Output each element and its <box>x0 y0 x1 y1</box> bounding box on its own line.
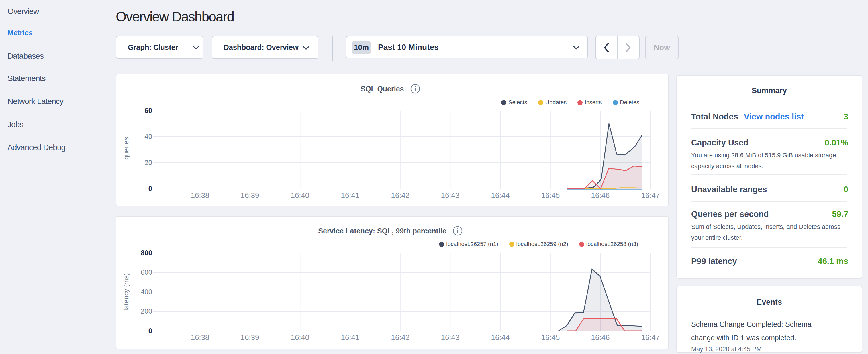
svg-text:16:40: 16:40 <box>290 191 309 200</box>
svg-text:0: 0 <box>149 327 152 334</box>
svg-text:16:45: 16:45 <box>541 333 560 342</box>
svg-text:16:46: 16:46 <box>591 191 610 200</box>
svg-text:16:39: 16:39 <box>241 191 259 200</box>
svg-text:16:41: 16:41 <box>341 191 359 200</box>
svg-text:16:41: 16:41 <box>341 333 359 342</box>
svg-text:16:47: 16:47 <box>641 191 660 200</box>
svg-text:16:47: 16:47 <box>641 333 660 342</box>
svg-text:latency (ms): latency (ms) <box>122 273 130 311</box>
svg-text:200: 200 <box>141 307 152 315</box>
svg-text:16:38: 16:38 <box>191 333 209 342</box>
svg-text:16:44: 16:44 <box>491 333 509 342</box>
svg-text:600: 600 <box>141 268 152 276</box>
svg-text:16:42: 16:42 <box>391 191 409 200</box>
svg-text:16:43: 16:43 <box>441 333 459 342</box>
svg-text:40: 40 <box>145 133 152 140</box>
svg-text:0: 0 <box>149 185 152 192</box>
svg-text:queries: queries <box>122 137 130 160</box>
svg-text:16:44: 16:44 <box>491 191 509 200</box>
svg-text:16:45: 16:45 <box>541 191 560 200</box>
svg-text:800: 800 <box>141 249 152 257</box>
svg-text:16:39: 16:39 <box>241 333 259 342</box>
svg-text:16:40: 16:40 <box>290 333 309 342</box>
svg-text:16:38: 16:38 <box>191 191 209 200</box>
svg-text:16:46: 16:46 <box>591 333 610 342</box>
svg-text:16:42: 16:42 <box>391 333 409 342</box>
svg-text:60: 60 <box>145 106 152 114</box>
svg-text:400: 400 <box>141 288 152 296</box>
svg-text:20: 20 <box>145 159 152 166</box>
svg-text:16:43: 16:43 <box>441 191 459 200</box>
